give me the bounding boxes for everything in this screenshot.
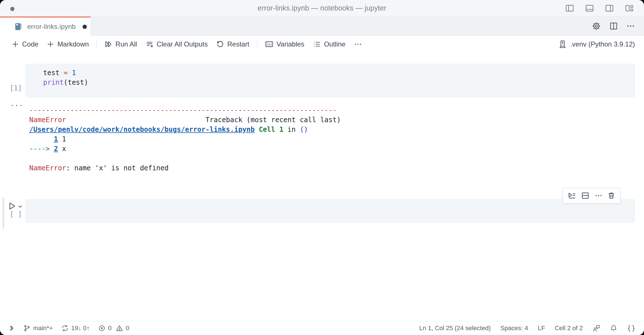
svg-text:(x): (x) [266,43,272,46]
eol-setting[interactable]: LF [538,325,545,332]
modified-dot[interactable] [83,25,87,29]
indentation-setting[interactable]: Spaces: 4 [500,325,528,332]
run-all-icon [104,40,112,48]
kernel-icon [558,40,567,48]
braces-icon[interactable]: {} [627,325,636,332]
errors-icon [98,325,106,332]
sync-label: 19↓ 0↑ [71,325,90,332]
restart-label: Restart [227,40,249,48]
traffic-light-icon[interactable] [10,7,14,11]
sync-icon [61,325,69,332]
add-code-label: Code [22,40,38,48]
execution-count-cell-2: [ ] [10,210,22,218]
output-line: ----------------------------------------… [29,105,341,115]
notebook-toolbar: Code Markdown Run All Clear All Outputs [0,36,644,53]
feedback-icon[interactable] [592,324,600,332]
layout-panel-icon[interactable] [585,4,594,13]
git-branch-status[interactable]: main*+ [23,325,53,332]
titlebar-actions [565,0,634,16]
code-line: test·=·1 [43,68,88,78]
restart-icon [216,40,224,48]
code-line: print(test) [43,78,88,87]
run-cell-icon[interactable] [7,202,16,211]
branch-label: main*+ [33,325,53,332]
output-line[interactable]: 1 1 [29,134,341,144]
cursor-position[interactable]: Ln 1, Col 25 (24 selected) [419,325,491,332]
cell-position[interactable]: Cell 2 of 2 [555,325,583,332]
errors-count: 0 [108,325,111,332]
tab-error-links[interactable]: error-links.ipynb [0,16,91,36]
plus-icon [47,41,54,48]
status-bar-right: Ln 1, Col 25 (24 selected) Spaces: 4 LF … [419,324,636,332]
ellipsis-icon [354,40,362,48]
clear-all-outputs-label: Clear All Outputs [157,40,208,48]
editor-actions [91,16,644,36]
clear-all-outputs-button[interactable]: Clear All Outputs [141,38,212,50]
more-actions-icon[interactable] [626,22,635,30]
layout-customize-icon[interactable] [625,4,634,13]
bell-icon[interactable] [610,325,617,332]
traceback-link-line[interactable]: /Users/penlv/code/work/notebooks/bugs/er… [29,125,341,134]
split-editor-icon[interactable] [609,22,618,30]
toolbar-more-button[interactable] [350,38,366,50]
warnings-count: 0 [126,325,129,332]
tab-strip: error-links.ipynb [0,16,644,36]
sync-status[interactable]: 19↓ 0↑ [61,325,90,332]
add-markdown-label: Markdown [57,40,89,48]
delete-icon[interactable] [607,192,615,200]
remote-indicator[interactable] [7,324,15,332]
gear-icon[interactable] [592,22,601,31]
layout-sidebar-left-icon[interactable] [565,4,574,13]
toolbar-separator [257,40,257,48]
outline-label: Outline [324,40,346,48]
layout-sidebar-right-icon[interactable] [605,4,614,13]
vscode-window: error-links.ipynb — notebooks — jupyter … [0,0,644,335]
variables-icon: (x) [265,40,273,48]
cell-focus-indicator [3,198,4,229]
outline-button[interactable]: Outline [309,38,350,50]
cell-hover-toolbar [562,188,621,203]
notebook-icon [14,22,23,31]
kernel-label: .venv (Python 3.9.12) [570,40,635,48]
split-cell-icon[interactable] [581,191,590,200]
remote-icon [7,324,15,332]
output-line: NameError: name 'x' is not defined [29,163,341,173]
clear-outputs-icon [146,40,153,48]
variables-button[interactable]: (x) Variables [261,38,309,50]
output-line[interactable]: ----> 2 x [29,144,341,154]
restart-button[interactable]: Restart [212,38,253,50]
add-markdown-cell-button[interactable]: Markdown [43,38,93,50]
variables-label: Variables [277,40,304,48]
execute-below-icon[interactable] [568,191,576,200]
status-bar: main*+ 19↓ 0↑ 0 0 Ln 1, Col 25 (24 selec… [0,321,644,335]
output-line: NameError Traceback (most recent call la… [29,115,341,125]
output-line [29,154,341,163]
chevron-down-icon[interactable] [17,204,23,209]
output-gutter-ellipsis[interactable]: ... [10,100,23,108]
run-all-button[interactable]: Run All [100,38,141,50]
problems-status[interactable]: 0 0 [98,325,129,332]
kernel-picker[interactable]: .venv (Python 3.9.12) [558,40,637,48]
git-branch-icon [23,325,31,332]
code-cell-2[interactable] [26,199,635,223]
run-all-label: Run All [115,40,137,48]
execution-count-cell-1: [1] [10,84,22,92]
code-cell-1[interactable] [26,64,635,97]
plus-icon [12,41,19,48]
more-icon[interactable] [595,192,603,200]
title-bar: error-links.ipynb — notebooks — jupyter [0,0,644,16]
add-code-cell-button[interactable]: Code [7,38,43,50]
toolbar-separator [96,40,97,48]
error-output: ----------------------------------------… [29,105,341,173]
warnings-icon [116,325,123,332]
tab-label: error-links.ipynb [27,23,76,31]
code-cell-1-editor[interactable]: test·=·1print(test) [43,68,88,87]
outline-icon [313,40,321,48]
window-title: error-links.ipynb — notebooks — jupyter [258,4,386,12]
